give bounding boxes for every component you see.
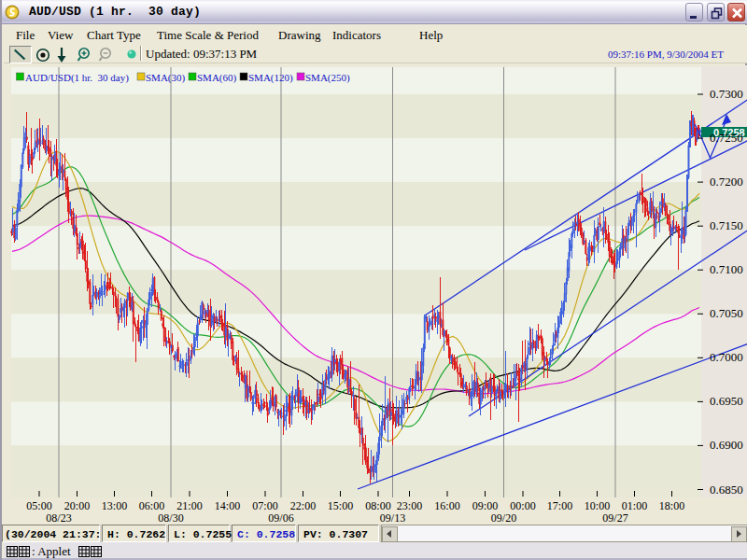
svg-text:06:00: 06:00 (139, 499, 164, 512)
svg-text:13:00: 13:00 (102, 499, 127, 512)
svg-text:SMA(30): SMA(30) (146, 72, 186, 84)
svg-text:0.6900: 0.6900 (710, 438, 743, 452)
svg-text:00:00: 00:00 (510, 499, 535, 512)
svg-text:09/13: 09/13 (380, 511, 405, 525)
svg-text:01:00: 01:00 (622, 499, 647, 512)
svg-text:0.7000: 0.7000 (710, 350, 743, 364)
svg-text:09:00: 09:00 (472, 499, 498, 512)
svg-text:22:00: 22:00 (290, 499, 316, 512)
svg-text:08:00: 08:00 (365, 499, 390, 512)
svg-text:20:00: 20:00 (64, 499, 90, 512)
svg-text:0.7050: 0.7050 (710, 306, 743, 320)
svg-text:14:00: 14:00 (215, 499, 240, 512)
svg-text:0.6950: 0.6950 (710, 394, 743, 408)
svg-text:SMA(120): SMA(120) (248, 72, 293, 84)
svg-text:17:00: 17:00 (547, 499, 572, 512)
svg-text:23:00: 23:00 (397, 499, 422, 512)
svg-text:09/27: 09/27 (602, 511, 627, 525)
svg-text:0.7100: 0.7100 (710, 262, 743, 276)
svg-text:10:00: 10:00 (585, 499, 610, 512)
svg-text:AUD/USD(1 hr. 30 day): AUD/USD(1 hr. 30 day) (25, 72, 129, 84)
svg-text:07:00: 07:00 (252, 499, 277, 512)
svg-text:0.7300: 0.7300 (710, 87, 743, 101)
svg-text:09/06: 09/06 (268, 511, 293, 525)
svg-text:18:00: 18:00 (659, 499, 684, 512)
svg-text:0.7250: 0.7250 (710, 131, 743, 145)
svg-text:16:00: 16:00 (434, 499, 459, 512)
svg-text:08/23: 08/23 (46, 511, 71, 525)
svg-text:21:00: 21:00 (176, 499, 202, 512)
svg-text:SMA(60): SMA(60) (197, 72, 237, 84)
svg-text:0.7150: 0.7150 (710, 218, 743, 232)
svg-text:09/20: 09/20 (491, 511, 516, 525)
svg-text:05:00: 05:00 (26, 499, 51, 512)
svg-text:0.6850: 0.6850 (710, 483, 743, 497)
svg-text:15:00: 15:00 (328, 499, 353, 512)
svg-text:SMA(250): SMA(250) (305, 72, 350, 84)
svg-text:0.7200: 0.7200 (710, 175, 743, 189)
svg-text:08/30: 08/30 (158, 511, 183, 525)
